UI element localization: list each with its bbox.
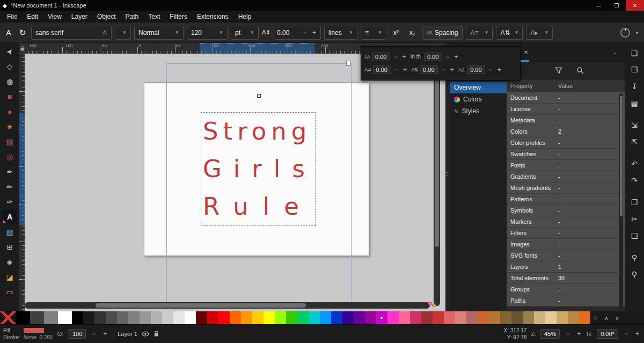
zoom-drawing-button[interactable]: ⚲ [627, 267, 641, 281]
palette-scroll-down-button[interactable]: ∨ [612, 311, 623, 324]
menu-filters[interactable]: Filters [165, 11, 192, 23]
writing-mode-dropdown[interactable]: A≡ ▼ [466, 26, 493, 40]
palette-swatch[interactable] [309, 311, 320, 324]
table-row[interactable]: Paths- [507, 295, 625, 306]
gradient-tool[interactable]: ▨ [2, 224, 17, 239]
palette-swatch[interactable] [94, 311, 106, 324]
palette-swatch[interactable] [511, 311, 523, 324]
table-row[interactable]: Layers1 [507, 261, 625, 273]
menu-path[interactable]: Path [121, 11, 144, 23]
no-color-swatch[interactable] [0, 311, 16, 324]
opacity-input[interactable]: 100 [68, 329, 86, 339]
vertical-kerning-spinner[interactable]: A⇅0.00−+ [412, 65, 456, 74]
toolbar-overflow-button[interactable]: ▾ [633, 30, 641, 35]
palette-swatch[interactable] [16, 311, 30, 324]
rotation-dial[interactable] [620, 28, 630, 38]
table-row[interactable]: Mesh gradients- [507, 183, 625, 194]
duplicate-button[interactable]: ❐ [627, 195, 641, 209]
text-direction-dropdown[interactable]: A▸ ▼ [526, 26, 553, 40]
plus-button[interactable]: + [449, 66, 455, 74]
ellipse-tool[interactable]: ● [2, 104, 17, 119]
save-document-button[interactable]: ↧ [627, 79, 641, 93]
minus-button[interactable]: − [487, 66, 494, 74]
size-unit-dropdown[interactable]: pt ▼ [231, 26, 259, 40]
plus-button[interactable]: + [496, 66, 502, 74]
mesh-gradient-tool[interactable]: ⊞ [2, 239, 17, 254]
character-rotation-spinner[interactable]: A∠0.00−+ [458, 65, 502, 74]
menu-file[interactable]: File [2, 11, 22, 23]
palette-swatch[interactable] [455, 311, 466, 324]
palette-swatch[interactable] [264, 311, 275, 324]
minus-button[interactable]: − [444, 53, 451, 61]
filter-funnel-icon[interactable] [555, 67, 562, 74]
pencil-tool[interactable]: ✏ [2, 179, 17, 194]
plus-button[interactable]: + [311, 29, 318, 37]
spacing-toggle-button[interactable]: AA Spacing [422, 26, 463, 40]
palette-swatch[interactable] [151, 311, 162, 324]
cut-button[interactable]: ✂ [627, 212, 641, 226]
print-button[interactable]: ▤ [627, 96, 641, 110]
panel-tab-colors[interactable]: Colors [450, 93, 507, 105]
table-row[interactable]: License- [507, 104, 625, 115]
vertical-scrollbar[interactable] [434, 48, 440, 306]
palette-swatch[interactable] [83, 311, 94, 324]
palette-swatch[interactable] [58, 311, 72, 324]
star-tool[interactable]: ★ [2, 119, 17, 134]
export-button[interactable]: ⇱ [627, 135, 641, 149]
menu-help[interactable]: Help [233, 11, 257, 23]
font-size-dropdown[interactable]: 120 ▼ [187, 26, 228, 40]
horizontal-scrollbar[interactable] [25, 302, 430, 309]
palette-swatch[interactable] [489, 311, 500, 324]
table-row[interactable]: Metadata- [507, 115, 625, 126]
zoom-plus-button[interactable]: + [575, 330, 582, 338]
chevron-down-icon[interactable]: ⌄ [613, 50, 617, 55]
text-selection-box[interactable]: Strong Girls Rule [201, 112, 316, 226]
menu-object[interactable]: Object [92, 11, 121, 23]
palette-swatch[interactable] [230, 311, 241, 324]
restore-button[interactable]: ❐ [608, 0, 626, 11]
table-row[interactable]: Symbols- [507, 205, 625, 216]
palette-swatch[interactable] [252, 311, 264, 324]
rotation-minus-button[interactable]: − [623, 330, 630, 338]
font-family-dropdown[interactable]: ▼ [115, 26, 131, 40]
palette-swatch[interactable] [72, 311, 83, 324]
letter-spacing-spinner[interactable]: AA0.00−+ [364, 53, 407, 61]
palette-swatch[interactable] [275, 311, 286, 324]
palette-swatch[interactable] [387, 311, 399, 324]
font-family-field[interactable]: sans-serif ⚠ [31, 26, 112, 40]
palette-swatch[interactable] [106, 311, 117, 324]
palette-swatch[interactable] [173, 311, 185, 324]
canvas-text-line[interactable]: Strong [201, 113, 315, 150]
table-row[interactable]: Gradients- [507, 171, 625, 183]
palette-swatch[interactable] [128, 311, 140, 324]
table-row[interactable]: Total elements36 [507, 273, 625, 284]
minus-button[interactable]: − [392, 53, 399, 61]
node-tool[interactable]: ◇ [2, 59, 17, 74]
dropper-tool[interactable]: ◈ [2, 254, 17, 269]
subscript-button[interactable]: x₂ [406, 29, 419, 37]
stroke-value[interactable]: None [24, 334, 36, 340]
menu-extensions[interactable]: Extensions [192, 11, 233, 23]
spiral-tool[interactable]: ◎ [2, 149, 17, 164]
table-row[interactable]: Fonts- [507, 160, 625, 171]
canvas-text-line[interactable]: Rule [201, 188, 315, 225]
palette-swatch[interactable] [579, 311, 590, 324]
superscript-button[interactable]: x² [390, 29, 402, 37]
palette-swatch[interactable] [297, 311, 309, 324]
table-row[interactable]: SVG fonts- [507, 250, 625, 261]
layer-visibility-icon[interactable] [142, 331, 149, 337]
palette-swatch[interactable] [354, 311, 365, 324]
alignment-dropdown[interactable]: ≡ ▼ [361, 26, 386, 40]
menu-view[interactable]: View [43, 11, 67, 23]
table-row[interactable]: Swatches- [507, 149, 625, 160]
palette-swatch[interactable] [444, 311, 455, 324]
palette-swatch[interactable] [545, 311, 557, 324]
rotation-plus-button[interactable]: + [634, 330, 641, 338]
search-icon[interactable] [576, 67, 584, 74]
palette-swatch[interactable] [342, 311, 354, 324]
plus-button[interactable]: + [453, 53, 459, 61]
table-row[interactable]: Images- [507, 239, 625, 250]
table-row[interactable]: Color profiles- [507, 137, 625, 149]
zoom-minus-button[interactable]: − [564, 330, 571, 338]
palette-swatch[interactable] [557, 311, 568, 324]
